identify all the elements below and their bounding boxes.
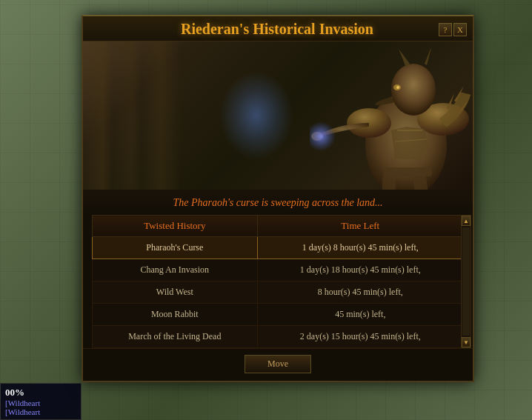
table-row[interactable]: Wild West8 hour(s) 45 min(s) left, — [93, 281, 464, 304]
move-button[interactable]: Move — [245, 355, 311, 373]
scroll-up-button[interactable]: ▲ — [462, 216, 471, 226]
svg-point-6 — [396, 86, 399, 89]
character-name-2: [Wildheart — [5, 407, 76, 416]
close-button[interactable]: X — [453, 23, 467, 36]
table-row[interactable]: Chang An Invasion1 day(s) 18 hour(s) 45 … — [93, 259, 464, 281]
table-scroll-area: Twisted History Time Left Pharaoh's Curs… — [92, 215, 464, 348]
invasion-name-cell: March of the Living Dead — [93, 326, 258, 348]
percent-display: 00% — [5, 387, 76, 399]
table-row[interactable]: March of the Living Dead2 day(s) 15 hour… — [93, 326, 464, 348]
invasion-name-cell: Moon Rabbit — [93, 304, 258, 326]
character-name-1: [Wildheart — [5, 399, 76, 407]
invasion-time-cell: 2 day(s) 15 hour(s) 45 min(s) left, — [257, 326, 463, 348]
table-row[interactable]: Pharaoh's Curse1 day(s) 8 hour(s) 45 min… — [93, 237, 464, 259]
invasion-time-cell: 45 min(s) left, — [257, 304, 463, 326]
dialog-title: Riederan's Historical Invasion — [116, 21, 439, 38]
help-button[interactable]: ? — [439, 23, 452, 36]
scrollbar: ▲ ▼ — [461, 215, 471, 348]
invasion-name-cell: Chang An Invasion — [93, 259, 258, 281]
invasion-table-container: Twisted History Time Left Pharaoh's Curs… — [83, 215, 473, 348]
table-row[interactable]: Moon Rabbit45 min(s) left, — [93, 304, 464, 326]
dialog-controls: ? X — [439, 23, 467, 36]
invasion-time-cell: 1 day(s) 8 hour(s) 45 min(s) left, — [257, 237, 463, 259]
main-dialog: Riederan's Historical Invasion ? X — [82, 15, 474, 382]
col-header-history: Twisted History — [93, 216, 258, 237]
magic-glow — [219, 71, 293, 160]
invasion-table: Twisted History Time Left Pharaoh's Curs… — [92, 215, 464, 348]
svg-rect-7 — [384, 167, 432, 176]
anubis-figure — [310, 49, 458, 190]
banner-image — [83, 41, 473, 190]
invasion-time-cell: 1 day(s) 18 hour(s) 45 min(s) left, — [257, 259, 463, 281]
status-panel: 00% [Wildheart [Wildheart — [0, 383, 82, 420]
dialog-footer: Move — [83, 348, 473, 381]
invasion-name-cell: Wild West — [93, 281, 258, 304]
invasion-name-cell: Pharaoh's Curse — [93, 237, 258, 259]
scroll-down-button[interactable]: ▼ — [462, 337, 471, 347]
svg-point-8 — [310, 121, 336, 151]
scroll-thumb[interactable] — [462, 227, 470, 336]
dialog-titlebar: Riederan's Historical Invasion ? X — [83, 16, 473, 41]
invasion-time-cell: 8 hour(s) 45 min(s) left, — [257, 281, 463, 304]
col-header-time: Time Left — [257, 216, 463, 237]
dialog-subtitle: The Pharaoh's curse is sweeping across t… — [83, 190, 473, 215]
